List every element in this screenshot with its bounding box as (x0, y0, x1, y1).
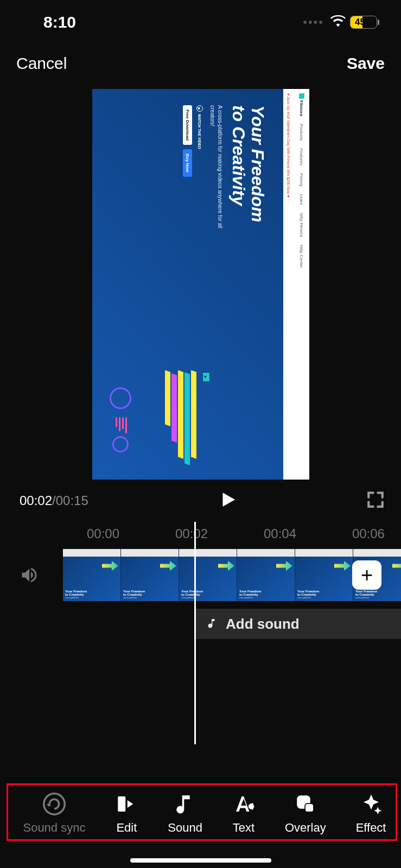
video-preview[interactable]: Filmora Products Features Pricing Learn … (92, 89, 309, 480)
battery-icon: 45 (350, 16, 379, 29)
ruler-mark: 00:06 (352, 526, 385, 541)
overlay-icon (294, 793, 317, 815)
tool-effect[interactable]: Effect (356, 793, 386, 835)
time-current: 00:02 (20, 493, 52, 508)
edit-icon (115, 793, 138, 815)
tool-overlay[interactable]: Overlay (285, 793, 326, 835)
wifi-icon (330, 15, 346, 29)
playback-controls: 00:02/00:15 (0, 480, 401, 516)
time-display: 00:02/00:15 (20, 493, 88, 508)
sound-icon (174, 793, 196, 815)
home-indicator[interactable] (130, 858, 271, 863)
ruler-mark: 00:04 (264, 526, 296, 541)
hero-download-button: Free Download (182, 105, 192, 145)
music-note-icon (205, 617, 218, 630)
cancel-button[interactable]: Cancel (16, 54, 67, 73)
video-preview-area: Filmora Products Features Pricing Learn … (0, 84, 401, 480)
status-right: •••• 45 (303, 15, 379, 29)
video-thumb[interactable]: Your Freedomto Creativitycross-platform (237, 549, 295, 601)
svg-rect-4 (305, 804, 313, 812)
video-thumb[interactable]: Your Freedomto Creativitycross-platform (295, 549, 353, 601)
preview-content: Filmora Products Features Pricing Learn … (92, 89, 309, 480)
svg-rect-1 (118, 796, 126, 812)
status-time: 8:10 (43, 13, 76, 31)
tool-label: Edit (116, 821, 137, 835)
play-square-icon: ▶ (202, 372, 210, 382)
volume-icon[interactable] (20, 565, 63, 585)
video-thumb[interactable]: Your Freedomto Creativitycross-platform (121, 549, 179, 601)
bottom-toolbar-highlight: Sound sync Edit Sound Text Overlay Effec… (7, 783, 397, 841)
tool-edit[interactable]: Edit (115, 793, 138, 835)
sound-track-row: Add sound (0, 609, 401, 639)
status-bar: 8:10 •••• 45 (0, 0, 401, 38)
add-sound-button[interactable]: Add sound (195, 609, 401, 639)
fullscreen-button[interactable] (366, 490, 385, 511)
site-logo: Filmora (299, 93, 304, 116)
save-button[interactable]: Save (347, 54, 385, 73)
video-thumbnails[interactable]: Your Freedomto Creativitycross-platform … (63, 549, 401, 601)
play-button[interactable] (218, 490, 237, 511)
bottom-toolbar: Sound sync Edit Sound Text Overlay Effec… (8, 793, 396, 835)
hero-title: Your Freedom to Creativity (228, 105, 266, 463)
ruler-mark: 00:02 (175, 526, 208, 541)
timeline-ruler[interactable]: 00:00 00:02 00:04 00:06 (0, 516, 401, 549)
tool-label: Text (233, 821, 254, 835)
video-thumb[interactable]: Your Freedomto Creativitycross-platform (63, 549, 121, 601)
timeline: Your Freedomto Creativitycross-platform … (0, 549, 401, 639)
playhead[interactable] (194, 522, 196, 744)
ruler-mark: 00:00 (87, 526, 119, 541)
tool-label: Sound (168, 821, 202, 835)
time-total: 00:15 (56, 493, 88, 508)
sync-icon (43, 793, 66, 815)
tool-sound[interactable]: Sound (168, 793, 202, 835)
tool-text[interactable]: Text (232, 793, 255, 835)
site-hero: Your Freedom to Creativity A cross-platf… (92, 89, 283, 480)
site-promo-banner: ♥ Jazz Up Your Valentine's Day With Film… (283, 89, 294, 480)
tool-label: Overlay (285, 821, 326, 835)
site-navbar: Filmora Products Features Pricing Learn … (294, 89, 309, 480)
video-thumb[interactable]: Your Freedomto Creativitycross-platform (179, 549, 237, 601)
status-dots-icon: •••• (303, 15, 324, 29)
tool-label: Sound sync (23, 821, 85, 835)
tool-label: Effect (356, 821, 386, 835)
add-sound-label: Add sound (226, 616, 300, 633)
hero-subtitle: A cross-platform for making videos anywh… (208, 105, 223, 235)
hero-buy-button: Buy Now (182, 149, 192, 176)
battery-percent: 45 (351, 16, 377, 28)
text-icon (232, 793, 255, 815)
tool-sound-sync[interactable]: Sound sync (23, 793, 85, 835)
add-clip-button[interactable]: + (352, 560, 381, 590)
effect-icon (360, 793, 383, 815)
editor-header: Cancel Save (0, 38, 401, 84)
video-track[interactable]: Your Freedomto Creativitycross-platform … (0, 549, 401, 601)
hero-artwork: ▶ (93, 344, 218, 480)
